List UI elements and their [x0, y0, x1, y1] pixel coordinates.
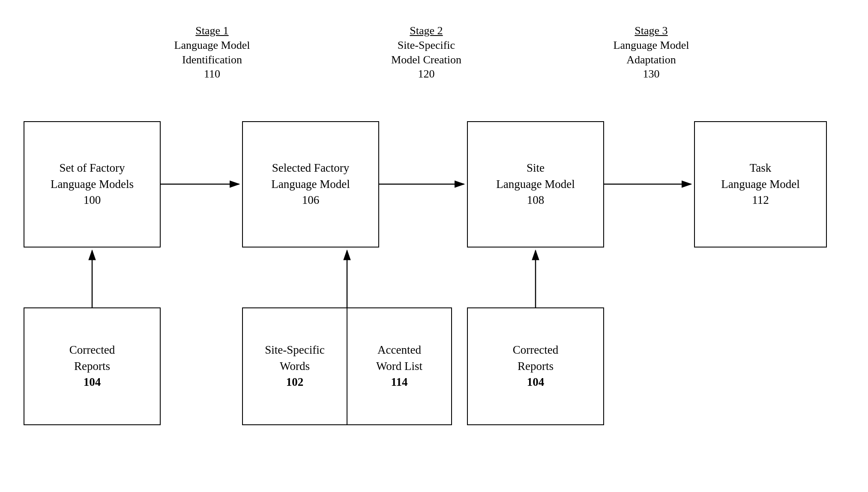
box-factory-set-line1: Set of Factory	[51, 160, 134, 176]
box-site-lm-line2: Language Model	[496, 176, 575, 193]
split-left-site-specific: Site-Specific Words 102	[243, 308, 347, 424]
box-task-lm: Task Language Model 112	[694, 121, 827, 247]
box-factory-set: Set of Factory Language Models 100	[24, 121, 161, 247]
box-factory-set-line2: Language Models	[51, 176, 134, 193]
box-corrected-reports-1-line1: Corrected	[69, 342, 115, 358]
box-corrected-reports-1-line2: Reports	[69, 358, 115, 375]
stage1-title: Stage 1	[144, 24, 281, 38]
stage1-subtitle-line1: Language Model	[144, 38, 281, 53]
split-left-number: 102	[265, 374, 324, 391]
box-site-lm-line1: Site	[496, 160, 575, 176]
diagram-container: Stage 1 Language Model Identification 11…	[0, 0, 868, 492]
box-corrected-reports-1: Corrected Reports 104	[24, 307, 161, 425]
stage1-subtitle-line2: Identification	[144, 53, 281, 67]
stage3-number: 130	[583, 67, 720, 81]
split-right-line1: Accented	[376, 342, 422, 358]
stage3-subtitle-line2: Adaptation	[583, 53, 720, 67]
box-corrected-reports-2-line2: Reports	[513, 358, 558, 375]
stage2-number: 120	[358, 67, 495, 81]
box-corrected-reports-2-number: 104	[513, 374, 558, 391]
box-selected-factory-line1: Selected Factory	[271, 160, 350, 176]
box-selected-factory: Selected Factory Language Model 106	[242, 121, 379, 247]
box-task-lm-number: 112	[721, 192, 800, 209]
split-right-line2: Word List	[376, 358, 422, 375]
box-site-lm: Site Language Model 108	[467, 121, 604, 247]
split-left-line1: Site-Specific	[265, 342, 324, 358]
box-site-lm-number: 108	[496, 192, 575, 209]
stage3-label: Stage 3 Language Model Adaptation 130	[583, 24, 720, 81]
stage2-title: Stage 2	[358, 24, 495, 38]
box-site-specific-accented: Site-Specific Words 102 Accented Word Li…	[242, 307, 452, 425]
stage2-label: Stage 2 Site-Specific Model Creation 120	[358, 24, 495, 81]
stage3-subtitle-line1: Language Model	[583, 38, 720, 53]
box-corrected-reports-2-line1: Corrected	[513, 342, 558, 358]
box-task-lm-line2: Language Model	[721, 176, 800, 193]
split-right-accented: Accented Word List 114	[347, 308, 451, 424]
stage3-title: Stage 3	[583, 24, 720, 38]
stage2-subtitle-line1: Site-Specific	[358, 38, 495, 53]
box-selected-factory-number: 106	[271, 192, 350, 209]
box-corrected-reports-2: Corrected Reports 104	[467, 307, 604, 425]
stage1-label: Stage 1 Language Model Identification 11…	[144, 24, 281, 81]
split-right-number: 114	[376, 374, 422, 391]
box-selected-factory-line2: Language Model	[271, 176, 350, 193]
stage2-subtitle-line2: Model Creation	[358, 53, 495, 67]
box-factory-set-number: 100	[51, 192, 134, 209]
box-corrected-reports-1-number: 104	[69, 374, 115, 391]
box-task-lm-line1: Task	[721, 160, 800, 176]
stage1-number: 110	[144, 67, 281, 81]
split-left-line2: Words	[265, 358, 324, 375]
